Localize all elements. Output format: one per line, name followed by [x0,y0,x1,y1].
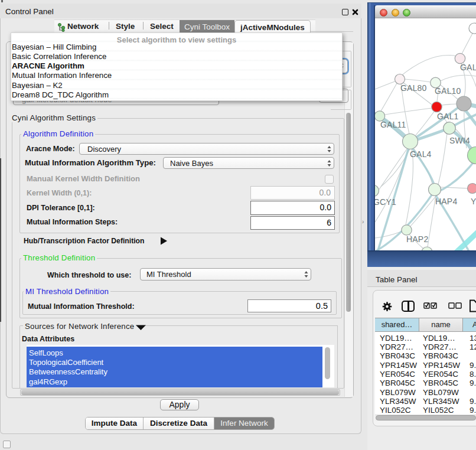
svg-text:GAL: GAL [460,63,476,72]
svg-text:GAL11: GAL11 [380,120,406,129]
svg-text:Y: Y [471,197,476,206]
svg-text:HAP2: HAP2 [406,234,428,244]
svg-text:GAL80: GAL80 [400,83,427,93]
svg-text:SWI4: SWI4 [449,136,470,145]
svg-text:GCY1: GCY1 [375,197,396,207]
svg-text:GAL1: GAL1 [437,112,459,121]
svg-text:GAL10: GAL10 [435,86,461,96]
svg-text:HAP4: HAP4 [435,197,457,206]
svg-text:GAL4: GAL4 [410,149,432,159]
